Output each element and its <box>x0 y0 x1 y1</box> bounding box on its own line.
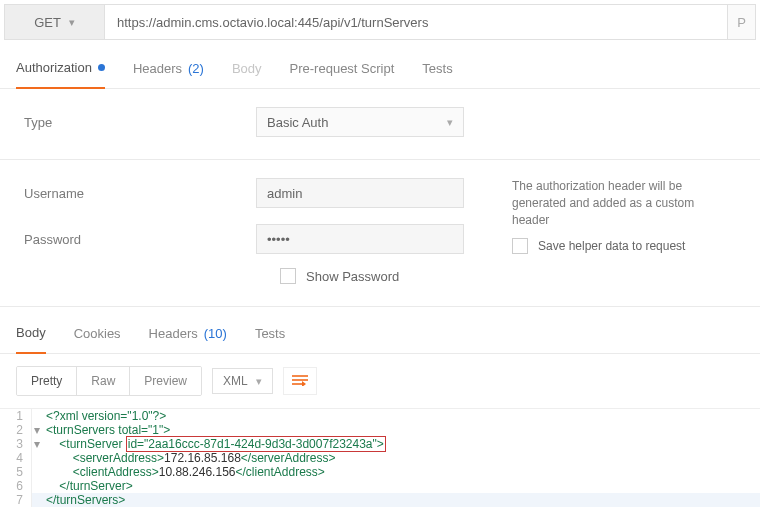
code-text: > <box>163 423 170 437</box>
resp-tab-body[interactable]: Body <box>16 325 46 354</box>
password-input[interactable]: ••••• <box>256 224 464 254</box>
tab-label: Pre-request Script <box>290 61 395 76</box>
response-toolbar: Pretty Raw Preview XML ▾ <box>0 354 760 408</box>
tab-label: Tests <box>422 61 452 76</box>
code-text: 172.16.85.168 <box>164 451 241 465</box>
password-label: Password <box>24 232 256 247</box>
tab-label: Cookies <box>74 326 121 341</box>
code-text: <?xml version="1.0"?> <box>46 409 166 423</box>
type-label: Type <box>24 115 256 130</box>
code-text: <turnServers <box>46 423 115 437</box>
view-mode-group: Pretty Raw Preview <box>16 366 202 396</box>
preview-button[interactable]: Preview <box>129 367 201 395</box>
tab-label: Body <box>232 61 262 76</box>
auth-type-section: Type Basic Auth ▾ <box>0 89 760 160</box>
wrap-icon <box>292 374 308 386</box>
method-label: GET <box>34 15 61 30</box>
select-value: Basic Auth <box>267 115 328 130</box>
code-text: </serverAddress> <box>241 451 336 465</box>
chevron-down-icon: ▾ <box>447 116 453 129</box>
code-text: id="2aa16ccc-87d1-424d-9d3d-3d007f23243a… <box>128 437 384 451</box>
request-bar: GET ▾ https://admin.cms.octavio.local:44… <box>4 4 756 40</box>
modified-dot-icon <box>98 64 105 71</box>
url-input[interactable]: https://admin.cms.octavio.local:445/api/… <box>105 5 727 39</box>
code-text: total="1" <box>115 423 163 437</box>
tab-label: Headers <box>133 61 182 76</box>
code-text: <serverAddress> <box>73 451 164 465</box>
tab-count: (2) <box>188 61 204 76</box>
method-select[interactable]: GET ▾ <box>5 5 105 39</box>
line-number: 1 <box>0 409 32 423</box>
tab-prerequest[interactable]: Pre-request Script <box>290 60 395 88</box>
response-tabs: Body Cookies Headers (10) Tests <box>0 307 760 354</box>
pretty-button[interactable]: Pretty <box>17 367 76 395</box>
code-text: </turnServers> <box>46 493 125 507</box>
resp-tab-cookies[interactable]: Cookies <box>74 325 121 353</box>
tab-body[interactable]: Body <box>232 60 262 88</box>
fold-icon[interactable]: ▾ <box>32 423 42 437</box>
tab-authorization[interactable]: Authorization <box>16 60 105 89</box>
params-button[interactable]: P <box>727 5 755 39</box>
line-number: 5 <box>0 465 32 479</box>
url-value: https://admin.cms.octavio.local:445/api/… <box>117 15 428 30</box>
fold-icon[interactable]: ▾ <box>32 437 42 451</box>
code-text: </clientAddress> <box>235 465 324 479</box>
code-text: </turnServer> <box>59 479 132 493</box>
format-value: XML <box>223 374 248 388</box>
code-text: <turnServer <box>59 437 122 451</box>
tab-count: (10) <box>204 326 227 341</box>
format-select[interactable]: XML ▾ <box>212 368 273 394</box>
auth-type-select[interactable]: Basic Auth ▾ <box>256 107 464 137</box>
resp-tab-tests[interactable]: Tests <box>255 325 285 353</box>
input-value: admin <box>267 186 302 201</box>
line-number: 6 <box>0 479 32 493</box>
tab-label: Headers <box>149 326 198 341</box>
show-password-checkbox[interactable] <box>280 268 296 284</box>
code-text: 10.88.246.156 <box>159 465 236 479</box>
highlight-box: id="2aa16ccc-87d1-424d-9d3d-3d007f23243a… <box>126 436 386 452</box>
line-number: 4 <box>0 451 32 465</box>
username-input[interactable]: admin <box>256 178 464 208</box>
raw-button[interactable]: Raw <box>76 367 129 395</box>
tab-label: Body <box>16 325 46 340</box>
line-number: 3 <box>0 437 32 451</box>
line-number: 2 <box>0 423 32 437</box>
params-hint: P <box>737 15 746 30</box>
line-number: 7 <box>0 493 32 507</box>
username-label: Username <box>24 186 256 201</box>
save-helper-checkbox[interactable] <box>512 238 528 254</box>
input-value: ••••• <box>267 232 290 247</box>
auth-credentials-section: Username admin Password ••••• Show Passw… <box>0 160 760 307</box>
resp-tab-headers[interactable]: Headers (10) <box>149 325 227 353</box>
tab-label: Authorization <box>16 60 92 75</box>
tab-label: Tests <box>255 326 285 341</box>
request-tabs: Authorization Headers (2) Body Pre-reque… <box>0 40 760 89</box>
wrap-toggle[interactable] <box>283 367 317 395</box>
code-text: <clientAddress> <box>73 465 159 479</box>
save-helper-label: Save helper data to request <box>538 239 685 253</box>
tab-tests[interactable]: Tests <box>422 60 452 88</box>
auth-help-text: The authorization header will be generat… <box>512 178 732 228</box>
response-body[interactable]: 1<?xml version="1.0"?> 2▾<turnServers to… <box>0 408 760 507</box>
tab-headers[interactable]: Headers (2) <box>133 60 204 88</box>
show-password-label: Show Password <box>306 269 399 284</box>
chevron-down-icon: ▾ <box>69 16 75 29</box>
chevron-down-icon: ▾ <box>256 375 262 388</box>
